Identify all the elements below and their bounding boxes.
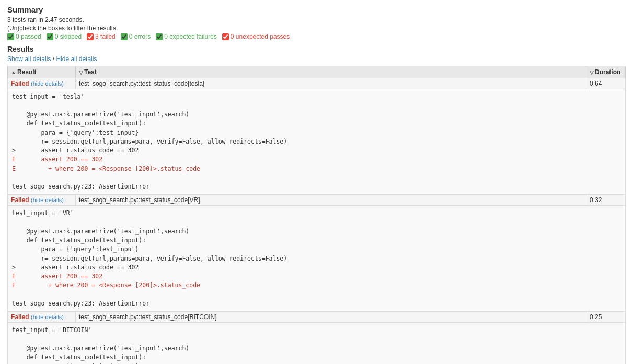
filter-checkboxes: 0 passed0 skipped3 failed0 errors0 expec… <box>7 33 626 42</box>
detail-code-0: test_input = 'tesla' @pytest.mark.parame… <box>8 89 626 195</box>
sort-arrow-2: ▽ <box>590 69 594 75</box>
hide-details-link-2[interactable]: (hide details) <box>31 314 64 320</box>
result-row-header-1: Failed (hide details)test_sogo_search.py… <box>8 195 626 206</box>
col-header-result[interactable]: ▲Result <box>8 66 76 78</box>
filter-label-text-f-passed: 0 passed <box>16 33 41 40</box>
result-row-header-0: Failed (hide details)test_sogo_search.py… <box>8 78 626 89</box>
filter-label-text-f-expected: 0 expected failures <box>164 33 217 40</box>
result-duration-0: 0.64 <box>586 78 626 89</box>
results-heading: Results <box>7 45 626 53</box>
detail-row-2: test_input = 'BITCOIN' @pytest.mark.para… <box>8 323 626 365</box>
filter-checkbox-f-skipped[interactable] <box>47 33 53 40</box>
detail-code-2: test_input = 'BITCOIN' @pytest.mark.para… <box>8 323 626 365</box>
hide-details-link-0[interactable]: (hide details) <box>31 80 64 87</box>
filter-label-f-failed[interactable]: 3 failed <box>87 33 116 40</box>
failed-label-0: Failed <box>11 80 29 87</box>
filter-label-f-unexpected[interactable]: 0 unexpected passes <box>222 33 290 40</box>
result-test-name-0: test_sogo_search.py::test_status_code[te… <box>76 78 586 89</box>
hide-all-link[interactable]: Hide all details <box>56 55 97 63</box>
filter-checkbox-f-failed[interactable] <box>87 33 94 40</box>
result-status-2: Failed (hide details) <box>8 312 76 323</box>
result-row-header-2: Failed (hide details)test_sogo_search.py… <box>8 312 626 323</box>
result-test-name-2: test_sogo_search.py::test_status_code[BI… <box>76 312 586 323</box>
filter-label-text-f-unexpected: 0 unexpected passes <box>231 33 290 40</box>
separator: / <box>51 55 56 63</box>
result-test-name-1: test_sogo_search.py::test_status_code[VR… <box>76 195 586 206</box>
page-title: Summary <box>7 5 626 14</box>
details-links: Show all details / Hide all details <box>7 55 626 63</box>
result-status-0: Failed (hide details) <box>8 78 76 89</box>
failed-label-2: Failed <box>11 313 29 321</box>
filter-checkbox-f-unexpected[interactable] <box>222 33 229 40</box>
sort-arrow-0: ▲ <box>11 69 16 75</box>
results-table: ▲Result▽Test▽Duration Failed (hide detai… <box>7 66 626 365</box>
table-header: ▲Result▽Test▽Duration <box>8 66 626 78</box>
filter-label-text-f-failed: 3 failed <box>95 33 116 40</box>
filter-label-f-passed[interactable]: 0 passed <box>7 33 41 40</box>
detail-code-1: test_input = 'VR' @pytest.mark.parametri… <box>8 206 626 312</box>
hide-details-link-1[interactable]: (hide details) <box>31 197 64 203</box>
filter-label-text-f-errors: 0 errors <box>129 33 151 40</box>
filter-label-f-skipped[interactable]: 0 skipped <box>47 33 82 40</box>
result-duration-2: 0.25 <box>586 312 626 323</box>
filter-label-text-f-skipped: 0 skipped <box>55 33 82 40</box>
col-header-duration[interactable]: ▽Duration <box>586 66 626 78</box>
detail-row-1: test_input = 'VR' @pytest.mark.parametri… <box>8 206 626 312</box>
summary-meta2: (Un)check the boxes to filter the result… <box>7 25 626 32</box>
filter-label-f-errors[interactable]: 0 errors <box>121 33 151 40</box>
result-duration-1: 0.32 <box>586 195 626 206</box>
col-header-test[interactable]: ▽Test <box>76 66 586 78</box>
sort-arrow-1: ▽ <box>79 69 83 75</box>
filter-checkbox-f-expected[interactable] <box>156 33 163 40</box>
filter-checkbox-f-errors[interactable] <box>121 33 128 40</box>
detail-row-0: test_input = 'tesla' @pytest.mark.parame… <box>8 89 626 195</box>
filter-checkbox-f-passed[interactable] <box>7 33 14 40</box>
summary-meta1: 3 tests ran in 2.47 seconds. <box>7 16 626 24</box>
result-status-1: Failed (hide details) <box>8 195 76 206</box>
show-all-link[interactable]: Show all details <box>7 55 51 63</box>
filter-label-f-expected[interactable]: 0 expected failures <box>156 33 217 40</box>
failed-label-1: Failed <box>11 196 29 204</box>
